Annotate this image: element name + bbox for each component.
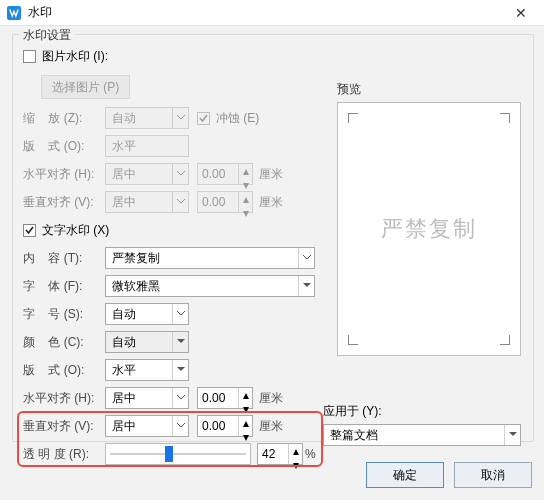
chevron-down-icon[interactable] bbox=[172, 360, 188, 380]
crop-mark-icon bbox=[500, 113, 510, 123]
img-layout-combo: 水平 bbox=[105, 135, 189, 157]
img-halign-combo: 居中 bbox=[105, 163, 189, 185]
preview-label: 预览 bbox=[337, 81, 523, 98]
font-label: 字 体 (F): bbox=[23, 278, 105, 295]
chevron-down-icon[interactable] bbox=[298, 248, 314, 268]
opacity-label: 透 明 度 (R): bbox=[23, 446, 105, 463]
size-combo[interactable]: 自动 bbox=[105, 303, 189, 325]
washout-label: 冲蚀 (E) bbox=[216, 110, 259, 127]
text-watermark-checkbox[interactable] bbox=[23, 224, 36, 237]
size-label: 字 号 (S): bbox=[23, 306, 105, 323]
txt-valign-label: 垂直对齐 (V): bbox=[23, 418, 105, 435]
txt-halign-label: 水平对齐 (H): bbox=[23, 390, 105, 407]
fieldset-legend: 水印设置 bbox=[19, 27, 75, 44]
font-combo[interactable]: 微软雅黑 bbox=[105, 275, 315, 297]
chevron-down-icon[interactable] bbox=[172, 388, 188, 408]
text-watermark-label: 文字水印 (X) bbox=[42, 222, 109, 239]
app-icon bbox=[6, 5, 22, 21]
chevron-down-icon[interactable] bbox=[298, 276, 314, 296]
img-halign-label: 水平对齐 (H): bbox=[23, 166, 105, 183]
dialog-buttons: 确定 取消 bbox=[356, 462, 532, 488]
unit-cm: 厘米 bbox=[259, 418, 283, 435]
preview-watermark-text: 严禁复制 bbox=[381, 214, 477, 244]
chevron-down-icon[interactable] bbox=[504, 425, 520, 445]
unit-cm: 厘米 bbox=[259, 390, 283, 407]
img-layout-label: 版 式 (O): bbox=[23, 138, 105, 155]
image-watermark-checkbox-row[interactable]: 图片水印 (I): bbox=[23, 43, 333, 69]
txt-valign-combo[interactable]: 居中 bbox=[105, 415, 189, 437]
scale-label: 缩 放 (Z): bbox=[23, 110, 105, 127]
content-combo[interactable]: 严禁复制 bbox=[105, 247, 315, 269]
unit-percent: % bbox=[305, 447, 316, 461]
cancel-button[interactable]: 取消 bbox=[454, 462, 532, 488]
img-valign-combo: 居中 bbox=[105, 191, 189, 213]
window-title: 水印 bbox=[28, 4, 52, 21]
unit-cm: 厘米 bbox=[259, 194, 283, 211]
watermark-fieldset: 水印设置 图片水印 (I): 选择图片 (P) 缩 放 (Z): 自动 冲蚀 (… bbox=[12, 34, 534, 442]
img-halign-offset: 0.00 ▴▾ bbox=[197, 163, 253, 185]
text-watermark-checkbox-row[interactable]: 文字水印 (X) bbox=[23, 217, 333, 243]
chevron-down-icon bbox=[172, 192, 188, 212]
client-area: 水印设置 图片水印 (I): 选择图片 (P) 缩 放 (Z): 自动 冲蚀 (… bbox=[0, 26, 544, 500]
opacity-slider[interactable] bbox=[105, 443, 251, 465]
chevron-down-icon[interactable] bbox=[172, 416, 188, 436]
spinner-buttons[interactable]: ▴▾ bbox=[238, 388, 252, 408]
chevron-down-icon[interactable] bbox=[172, 332, 188, 352]
unit-cm: 厘米 bbox=[259, 166, 283, 183]
crop-mark-icon bbox=[348, 113, 358, 123]
txt-halign-offset[interactable]: 0.00 ▴▾ bbox=[197, 387, 253, 409]
chevron-down-icon bbox=[172, 108, 188, 128]
crop-mark-icon bbox=[500, 335, 510, 345]
washout-checkbox bbox=[197, 112, 210, 125]
txt-layout-combo[interactable]: 水平 bbox=[105, 359, 189, 381]
txt-layout-label: 版 式 (O): bbox=[23, 362, 105, 379]
color-label: 颜 色 (C): bbox=[23, 334, 105, 351]
color-combo[interactable]: 自动 bbox=[105, 331, 189, 353]
crop-mark-icon bbox=[348, 335, 358, 345]
image-watermark-label: 图片水印 (I): bbox=[42, 48, 108, 65]
spinner-buttons[interactable]: ▴▾ bbox=[238, 416, 252, 436]
txt-valign-offset[interactable]: 0.00 ▴▾ bbox=[197, 415, 253, 437]
ok-button[interactable]: 确定 bbox=[366, 462, 444, 488]
title-bar: 水印 ✕ bbox=[0, 0, 544, 26]
chevron-down-icon[interactable] bbox=[172, 304, 188, 324]
apply-to-combo[interactable]: 整篇文档 bbox=[323, 424, 521, 446]
select-image-button: 选择图片 (P) bbox=[41, 75, 130, 99]
img-valign-offset: 0.00 ▴▾ bbox=[197, 191, 253, 213]
slider-thumb[interactable] bbox=[165, 446, 173, 462]
image-watermark-checkbox[interactable] bbox=[23, 50, 36, 63]
img-valign-label: 垂直对齐 (V): bbox=[23, 194, 105, 211]
spinner-buttons: ▴▾ bbox=[238, 164, 252, 184]
preview-area: 预览 严禁复制 bbox=[337, 81, 523, 356]
chevron-down-icon bbox=[172, 164, 188, 184]
txt-halign-combo[interactable]: 居中 bbox=[105, 387, 189, 409]
content-label: 内 容 (T): bbox=[23, 250, 105, 267]
close-button[interactable]: ✕ bbox=[504, 2, 538, 24]
spinner-buttons[interactable]: ▴▾ bbox=[288, 444, 302, 464]
opacity-value[interactable]: 42 ▴▾ bbox=[257, 443, 303, 465]
spinner-buttons: ▴▾ bbox=[238, 192, 252, 212]
apply-to-area: 应用于 (Y): 整篇文档 bbox=[323, 403, 523, 446]
scale-combo: 自动 bbox=[105, 107, 189, 129]
apply-to-label: 应用于 (Y): bbox=[323, 403, 523, 420]
preview-page: 严禁复制 bbox=[337, 102, 521, 356]
